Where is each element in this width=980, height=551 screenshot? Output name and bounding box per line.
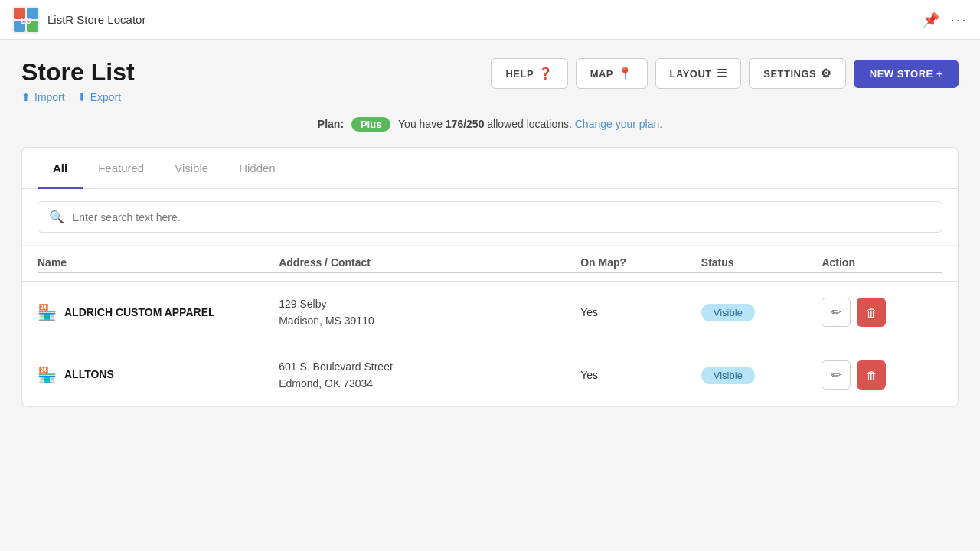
tab-hidden[interactable]: Hidden xyxy=(224,148,291,189)
change-plan-link[interactable]: Change your plan. xyxy=(575,118,662,130)
status-badge: Visible xyxy=(701,367,755,384)
address-cell: 129 Selby Madison, MS 39110 xyxy=(279,295,580,330)
table-body: 🏪 ALDRICH CUSTOM APPAREL 129 Selby Madis… xyxy=(22,282,958,406)
store-icon: 🏪 xyxy=(38,303,57,321)
table-header: Name Address / Contact On Map? Status Ac… xyxy=(22,246,958,282)
plan-message-prefix: You have xyxy=(398,118,443,130)
new-store-label: NEW STORE + xyxy=(870,68,942,80)
action-cell: ✏ 🗑 xyxy=(822,360,942,390)
store-icon: 🏪 xyxy=(38,366,57,384)
store-name: ALLTONS xyxy=(64,367,114,383)
table-row: 🏪 ALDRICH CUSTOM APPAREL 129 Selby Madis… xyxy=(22,282,958,344)
new-store-button[interactable]: NEW STORE + xyxy=(854,60,959,88)
tab-all[interactable]: All xyxy=(38,148,83,189)
delete-button[interactable]: 🗑 xyxy=(857,360,886,390)
map-icon: 📍 xyxy=(618,67,633,80)
app-title: ListR Store Locator xyxy=(47,13,145,26)
map-label: MAP xyxy=(590,68,613,80)
action-cell: ✏ 🗑 xyxy=(822,298,942,327)
delete-button[interactable]: 🗑 xyxy=(857,298,886,327)
ellipsis-menu-icon[interactable]: ··· xyxy=(950,11,968,28)
search-container: 🔍 xyxy=(22,189,958,246)
address-cell: 601 S. Boulevard Street Edmond, OK 73034 xyxy=(279,358,580,393)
col-header-address: Address / Contact xyxy=(279,256,580,273)
tabs: All Featured Visible Hidden xyxy=(22,148,958,189)
map-button[interactable]: MAP 📍 xyxy=(576,58,648,89)
import-link[interactable]: ⬆ Import xyxy=(21,91,65,103)
help-icon: ❓ xyxy=(538,67,554,80)
tab-visible[interactable]: Visible xyxy=(159,148,224,189)
export-icon: ⬇ xyxy=(77,91,87,103)
col-header-name: Name xyxy=(38,256,279,273)
address-line1: 129 Selby xyxy=(279,295,580,312)
address-line2: Edmond, OK 73034 xyxy=(279,375,580,392)
help-label: HELP xyxy=(505,68,534,80)
search-icon: 🔍 xyxy=(49,210,64,224)
col-header-onmap: On Map? xyxy=(580,256,701,273)
app-logo: LS xyxy=(12,6,40,34)
plan-badge: Plus xyxy=(351,117,390,132)
svg-text:LS: LS xyxy=(21,17,31,25)
status-cell: Visible xyxy=(701,367,822,384)
tab-featured[interactable]: Featured xyxy=(83,148,159,189)
export-label: Export xyxy=(90,91,121,103)
page-header-left: Store List ⬆ Import ⬇ Export xyxy=(21,58,135,103)
plan-bar: Plan: Plus You have 176/250 allowed loca… xyxy=(21,117,959,132)
import-label: Import xyxy=(34,91,65,103)
address-line1: 601 S. Boulevard Street xyxy=(279,358,580,375)
page-title: Store List xyxy=(21,58,135,86)
col-header-status: Status xyxy=(701,256,822,273)
store-list-card: All Featured Visible Hidden 🔍 Name Addre… xyxy=(21,147,959,407)
main-content: Store List ⬆ Import ⬇ Export HELP ❓ MAP … xyxy=(0,40,980,425)
settings-label: SETTINGS xyxy=(763,68,816,80)
status-cell: Visible xyxy=(701,304,822,321)
settings-icon: ⚙ xyxy=(821,67,831,80)
onmap-cell: Yes xyxy=(580,306,701,318)
plan-label: Plan: xyxy=(318,118,344,130)
page-header: Store List ⬆ Import ⬇ Export HELP ❓ MAP … xyxy=(21,58,959,103)
export-link[interactable]: ⬇ Export xyxy=(77,91,121,103)
plan-count: 176/250 xyxy=(446,118,485,130)
topbar-left: LS ListR Store Locator xyxy=(12,6,145,34)
search-input[interactable] xyxy=(72,211,931,223)
pin-nav-icon[interactable]: 📌 xyxy=(923,11,939,28)
topbar-right: 📌 ··· xyxy=(923,11,968,28)
search-box: 🔍 xyxy=(38,201,942,233)
plan-message-suffix: allowed locations. xyxy=(487,118,572,130)
store-name: ALDRICH CUSTOM APPAREL xyxy=(64,305,215,321)
table-row: 🏪 ALLTONS 601 S. Boulevard Street Edmond… xyxy=(22,344,958,406)
col-header-action: Action xyxy=(822,256,942,273)
toolbar: HELP ❓ MAP 📍 LAYOUT ☰ SETTINGS ⚙ NEW STO… xyxy=(491,58,959,89)
import-icon: ⬆ xyxy=(21,91,31,103)
edit-button[interactable]: ✏ xyxy=(822,360,851,390)
settings-button[interactable]: SETTINGS ⚙ xyxy=(749,58,846,89)
page-actions: ⬆ Import ⬇ Export xyxy=(21,91,135,103)
status-badge: Visible xyxy=(701,304,755,321)
layout-button[interactable]: LAYOUT ☰ xyxy=(655,58,742,89)
topbar: LS ListR Store Locator 📌 ··· xyxy=(0,0,980,40)
layout-label: LAYOUT xyxy=(670,68,712,80)
help-button[interactable]: HELP ❓ xyxy=(491,58,567,89)
onmap-cell: Yes xyxy=(580,369,701,381)
address-line2: Madison, MS 39110 xyxy=(279,312,580,329)
store-name-cell: 🏪 ALLTONS xyxy=(38,366,279,384)
store-name-cell: 🏪 ALDRICH CUSTOM APPAREL xyxy=(38,303,279,321)
layout-icon: ☰ xyxy=(717,67,727,80)
edit-button[interactable]: ✏ xyxy=(822,298,851,327)
